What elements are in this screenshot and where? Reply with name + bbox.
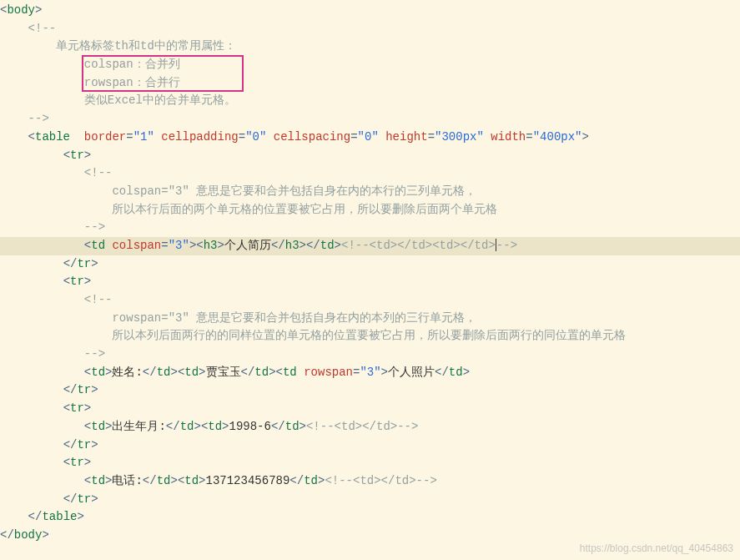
text-name-value: 贾宝玉 [206,366,241,379]
watermark: https://blog.csdn.net/qq_40454863 [580,541,733,557]
attr-cellpadding: cellpadding [161,130,238,144]
comment-open: <!-- [28,22,57,35]
tag-table: table [35,130,70,144]
tag-h3: h3 [204,239,218,252]
comment-line: 类似Excel中的合并单元格。 [84,93,236,107]
comment-line: colspan="3" 意思是它要和合并包括自身在内的本行的三列单元格， [112,184,476,198]
comment-inline: <!--<td></td><td></td> [341,239,496,252]
comment-inline: <!--<td></td>--> [306,420,418,433]
comment-close: --> [84,347,105,361]
highlighted-line[interactable]: <td colspan="3"><h3>个人简历</h3></td><!--<t… [0,237,740,255]
comment-line: 单元格标签th和td中的常用属性： [56,39,236,53]
text-tel-value: 137123456789 [206,474,290,487]
code-editor[interactable]: <body> <!-- 单元格标签th和td中的常用属性： colspan：合并… [0,0,740,545]
text-name-label: 姓名: [112,366,142,379]
text-tel-label: 电话: [112,474,142,487]
comment-open: <!-- [84,166,113,179]
text-cursor [496,239,496,251]
text-resume: 个人简历 [224,239,271,252]
attr-height: height [385,130,427,144]
text-dob-value: 1998-6 [229,420,271,433]
comment-close: --> [28,112,49,125]
tag-td: td [91,239,105,252]
comment-inline: <!--<td></td>--> [325,474,436,487]
comment-line: rowspan：合并行 [84,76,180,89]
comment-line: 所以本列后面两行的的同样位置的单元格的位置要被它占用，所以要删除后面两行的同位置… [112,329,626,342]
attr-rowspan: rowspan [304,366,353,379]
comment-close: --> [84,220,105,234]
text-photo: 个人照片 [388,366,435,379]
tag-tr: tr [70,149,84,162]
comment-line: rowspan="3" 意思是它要和合并包括自身在内的本列的三行单元格， [112,311,476,325]
text-dob-label: 出生年月: [112,420,165,433]
comment-open: <!-- [84,293,113,306]
comment-line: 所以本行后面的两个单元格的位置要被它占用，所以要删除后面两个单元格 [112,203,497,216]
attr-colspan: colspan [112,239,161,252]
attr-width: width [491,130,526,144]
tag-body: body [7,3,35,17]
attr-cellspacing: cellspacing [274,130,350,144]
attr-border: border [84,130,126,144]
comment-line: colspan：合并列 [84,58,180,71]
